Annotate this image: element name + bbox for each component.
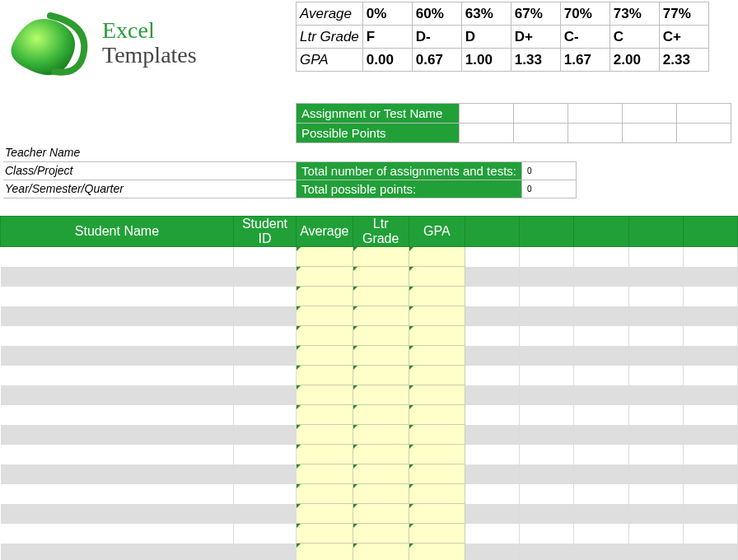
scale-cell[interactable]: 77% — [659, 2, 708, 26]
ltr-grade-cell[interactable] — [353, 247, 409, 267]
possible-points-cell[interactable] — [568, 124, 623, 143]
ltr-grade-cell[interactable] — [353, 544, 409, 561]
student-name-cell[interactable] — [1, 425, 234, 445]
score-cell[interactable] — [628, 346, 683, 366]
score-cell[interactable] — [520, 326, 574, 346]
student-name-cell[interactable] — [1, 326, 234, 346]
ltr-grade-cell[interactable] — [353, 425, 409, 445]
score-cell[interactable] — [465, 306, 519, 326]
score-cell[interactable] — [574, 425, 628, 445]
score-cell[interactable] — [574, 544, 628, 561]
score-cell[interactable] — [574, 306, 628, 326]
scale-cell[interactable]: D+ — [511, 26, 560, 49]
score-cell[interactable] — [520, 484, 574, 504]
scale-cell[interactable]: C+ — [659, 26, 708, 49]
gpa-cell[interactable] — [409, 346, 465, 366]
score-cell[interactable] — [683, 544, 737, 561]
student-name-cell[interactable] — [1, 267, 234, 287]
score-cell[interactable] — [465, 247, 519, 267]
scale-cell[interactable]: 1.67 — [560, 49, 610, 72]
score-cell[interactable] — [520, 385, 574, 405]
average-cell[interactable] — [297, 385, 353, 405]
score-cell[interactable] — [465, 366, 519, 385]
student-id-cell[interactable] — [233, 247, 296, 267]
score-cell[interactable] — [465, 504, 519, 524]
ltr-grade-cell[interactable] — [353, 385, 409, 405]
student-id-cell[interactable] — [233, 326, 296, 346]
score-cell[interactable] — [465, 524, 519, 544]
score-cell[interactable] — [683, 464, 737, 484]
ltr-grade-cell[interactable] — [353, 405, 409, 425]
ltr-grade-cell[interactable] — [353, 287, 409, 306]
student-id-cell[interactable] — [233, 405, 296, 425]
student-name-cell[interactable] — [1, 544, 234, 561]
ltr-grade-cell[interactable] — [353, 504, 409, 524]
student-id-cell[interactable] — [233, 445, 296, 464]
ltr-grade-cell[interactable] — [353, 366, 409, 385]
gpa-cell[interactable] — [409, 306, 465, 326]
score-cell[interactable] — [520, 464, 574, 484]
gpa-cell[interactable] — [409, 445, 465, 464]
student-name-cell[interactable] — [1, 306, 234, 326]
scale-cell[interactable]: 73% — [610, 2, 659, 26]
average-cell[interactable] — [297, 445, 353, 464]
score-cell[interactable] — [683, 287, 737, 306]
score-cell[interactable] — [465, 544, 519, 561]
ltr-grade-cell[interactable] — [353, 306, 409, 326]
score-cell[interactable] — [683, 247, 737, 267]
gpa-cell[interactable] — [409, 504, 465, 524]
score-cell[interactable] — [683, 524, 737, 544]
score-cell[interactable] — [465, 346, 519, 366]
average-cell[interactable] — [297, 346, 353, 366]
gpa-cell[interactable] — [409, 405, 465, 425]
average-cell[interactable] — [297, 425, 353, 445]
gpa-cell[interactable] — [409, 247, 465, 267]
average-cell[interactable] — [297, 405, 353, 425]
student-id-cell[interactable] — [233, 425, 296, 445]
scale-cell[interactable]: D — [461, 26, 511, 49]
score-cell[interactable] — [520, 504, 574, 524]
ltr-grade-cell[interactable] — [353, 484, 409, 504]
gpa-cell[interactable] — [409, 366, 465, 385]
score-cell[interactable] — [465, 326, 519, 346]
score-cell[interactable] — [574, 445, 628, 464]
gpa-cell[interactable] — [409, 287, 465, 306]
average-cell[interactable] — [297, 247, 353, 267]
average-cell[interactable] — [297, 366, 353, 385]
scale-cell[interactable]: 0.67 — [412, 49, 461, 72]
student-id-cell[interactable] — [233, 464, 296, 484]
score-cell[interactable] — [465, 464, 519, 484]
student-id-cell[interactable] — [233, 504, 296, 524]
gpa-cell[interactable] — [409, 267, 465, 287]
scale-cell[interactable]: 2.00 — [610, 49, 659, 72]
score-cell[interactable] — [465, 425, 519, 445]
score-cell[interactable] — [465, 267, 519, 287]
scale-cell[interactable]: D- — [412, 26, 461, 49]
assignment-name-cell[interactable] — [568, 104, 623, 124]
score-cell[interactable] — [520, 247, 574, 267]
score-cell[interactable] — [683, 326, 737, 346]
average-cell[interactable] — [297, 464, 353, 484]
student-id-cell[interactable] — [233, 366, 296, 385]
score-cell[interactable] — [628, 425, 683, 445]
assignment-name-cell[interactable] — [514, 104, 568, 124]
student-name-cell[interactable] — [1, 464, 234, 484]
score-cell[interactable] — [520, 267, 574, 287]
score-cell[interactable] — [628, 484, 683, 504]
average-cell[interactable] — [297, 326, 353, 346]
gpa-cell[interactable] — [409, 326, 465, 346]
assignment-name-cell[interactable] — [677, 104, 731, 124]
gpa-cell[interactable] — [409, 544, 465, 561]
possible-points-cell[interactable] — [514, 124, 568, 143]
score-cell[interactable] — [574, 385, 628, 405]
score-cell[interactable] — [628, 267, 683, 287]
student-name-cell[interactable] — [1, 385, 234, 405]
student-name-cell[interactable] — [1, 287, 234, 306]
score-cell[interactable] — [465, 405, 519, 425]
ltr-grade-cell[interactable] — [353, 346, 409, 366]
average-cell[interactable] — [297, 544, 353, 561]
average-cell[interactable] — [297, 504, 353, 524]
score-cell[interactable] — [628, 287, 683, 306]
score-cell[interactable] — [628, 366, 683, 385]
student-id-cell[interactable] — [233, 524, 296, 544]
